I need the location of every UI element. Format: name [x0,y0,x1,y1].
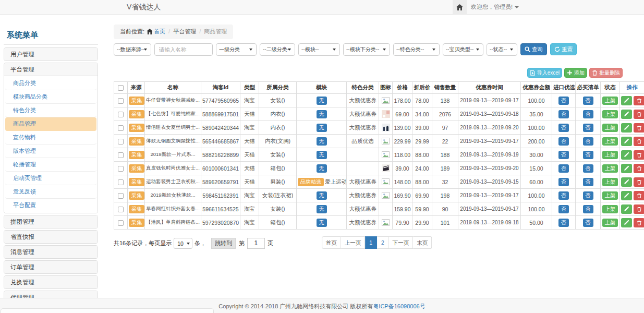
sidebar-item-平台管理[interactable]: 平台管理 [4,63,98,76]
row-checkbox[interactable] [118,152,124,158]
select-all-checkbox[interactable] [118,85,124,91]
module-none-badge[interactable]: 无 [317,164,327,173]
reset-button[interactable]: 重置 [550,43,577,55]
sidebar-subitem-商品分类[interactable]: 商品分类 [5,77,96,90]
sidebar-section[interactable]: 省直快报 [4,230,98,244]
filter-select-特色分类[interactable]: --特色分类-- [393,43,440,56]
status-badge[interactable]: 上架 [602,191,618,200]
row-checkbox[interactable] [118,98,124,104]
row-checkbox[interactable] [118,193,124,199]
edit-button[interactable] [621,137,632,146]
imported-toggle-badge[interactable]: 否 [558,97,569,105]
edit-button[interactable] [621,164,632,173]
must-buy-toggle-badge[interactable]: 否 [583,124,593,132]
row-checkbox[interactable] [118,125,124,131]
user-menu[interactable]: 欢迎您，管理员! [471,0,519,15]
name-search-input[interactable] [154,43,213,56]
must-buy-toggle-badge[interactable]: 否 [583,164,593,173]
must-buy-toggle-badge[interactable]: 否 [583,178,593,186]
edit-button[interactable] [621,191,632,200]
module-none-badge[interactable]: 无 [317,137,327,146]
module-none-badge[interactable]: 无 [317,97,327,105]
module-badge[interactable]: 品牌精选 [298,178,324,186]
import-excel-button[interactable]: 导入excel [527,68,562,78]
sidebar-item-用户管理[interactable]: 用户管理 [4,48,98,61]
page-button-上一页[interactable]: 上一页 [341,236,366,249]
must-buy-toggle-badge[interactable]: 否 [583,137,593,146]
filter-select-模块下分类[interactable]: --模块下分类-- [343,43,390,56]
row-checkbox[interactable] [118,207,124,212]
filter-select-状态[interactable]: --状态-- [487,43,517,56]
delete-button[interactable] [634,110,644,119]
sidebar-subitem-商品管理[interactable]: 商品管理 [5,117,96,131]
query-button[interactable]: 查询 [520,43,547,55]
edit-button[interactable] [621,96,632,105]
imported-toggle-badge[interactable]: 否 [558,205,569,213]
status-badge[interactable]: 上架 [602,151,618,159]
imported-toggle-badge[interactable]: 否 [558,191,569,200]
status-badge[interactable]: 上架 [602,178,618,186]
row-checkbox[interactable] [118,112,124,117]
edit-button[interactable] [621,150,632,160]
page-button-首页[interactable]: 首页 [322,236,341,249]
imported-toggle-badge[interactable]: 否 [558,137,569,146]
sidebar-subitem-平台配置[interactable]: 平台配置 [5,199,96,212]
batch-delete-button[interactable]: 批量删除 [589,68,623,78]
row-checkbox[interactable] [118,166,124,172]
page-size-select[interactable]: 10 [174,238,192,249]
edit-button[interactable] [621,218,632,227]
filter-select-一级分类[interactable]: 一级分类 [216,43,257,56]
status-badge[interactable]: 上架 [602,205,618,213]
status-badge[interactable]: 上架 [602,164,618,173]
edit-button[interactable] [621,123,632,133]
imported-toggle-badge[interactable]: 否 [558,110,569,118]
sidebar-subitem-启动页管理[interactable]: 启动页管理 [5,172,96,185]
delete-button[interactable] [634,123,644,133]
page-button-2[interactable]: 2 [377,236,389,249]
add-button[interactable]: 添加 [564,68,587,78]
page-button-下一页[interactable]: 下一页 [389,236,414,249]
filter-select-模块[interactable]: --模块-- [298,43,340,56]
sidebar-subitem-宣传物料[interactable]: 宣传物料 [5,131,96,145]
sidebar-subitem-模块商品分类[interactable]: 模块商品分类 [5,90,96,104]
edit-button[interactable] [621,110,632,119]
jump-page-input[interactable] [247,238,265,249]
delete-button[interactable] [634,218,644,227]
page-button-1[interactable]: 1 [365,236,377,249]
sidebar-section[interactable]: 消息管理 [4,245,98,259]
must-buy-toggle-badge[interactable]: 否 [583,191,593,200]
row-checkbox[interactable] [118,220,124,226]
sidebar-section[interactable]: 兑换管理 [4,275,98,289]
jump-button[interactable]: 跳转到 [211,238,236,249]
delete-button[interactable] [634,150,644,160]
sidebar-item-省直快报[interactable]: 省直快报 [4,231,98,243]
filter-select-data-source[interactable]: --数据来源-- [114,43,151,56]
status-badge[interactable]: 上架 [602,97,618,105]
edit-button[interactable] [621,204,632,214]
filter-select-宝贝类型[interactable]: --宝贝类型-- [443,43,483,56]
sidebar-section[interactable]: 订单管理 [4,260,98,274]
icp-link[interactable]: 粤ICP备16098006号 [373,303,425,309]
sidebar-section[interactable]: 用户管理 [4,47,98,61]
page-button-末页[interactable]: 末页 [413,236,432,249]
imported-toggle-badge[interactable]: 否 [558,164,569,173]
sidebar-section[interactable]: 平台管理商品分类模块商品分类特色分类商品管理宣传物料版本管理轮播管理启动页管理意… [4,63,98,213]
status-badge[interactable]: 上架 [602,124,618,132]
sidebar-subitem-轮播管理[interactable]: 轮播管理 [5,158,96,172]
module-none-badge[interactable]: 无 [317,191,327,200]
sidebar-subitem-特色分类[interactable]: 特色分类 [5,104,96,117]
sidebar-subitem-版本管理[interactable]: 版本管理 [5,145,96,158]
row-checkbox[interactable] [118,179,124,185]
module-none-badge[interactable]: 无 [317,151,327,159]
module-none-badge[interactable]: 无 [317,205,327,213]
status-badge[interactable]: 上架 [602,137,618,146]
delete-button[interactable] [634,191,644,200]
must-buy-toggle-badge[interactable]: 否 [583,151,593,159]
breadcrumb-home-link[interactable]: 首页 [154,28,165,34]
edit-button[interactable] [621,177,632,187]
delete-button[interactable] [634,96,644,105]
must-buy-toggle-badge[interactable]: 否 [583,97,593,105]
sidebar-section[interactable]: 拼团管理 [4,215,98,228]
imported-toggle-badge[interactable]: 否 [558,219,569,227]
sidebar-subitem-意见反馈[interactable]: 意见反馈 [5,185,96,199]
